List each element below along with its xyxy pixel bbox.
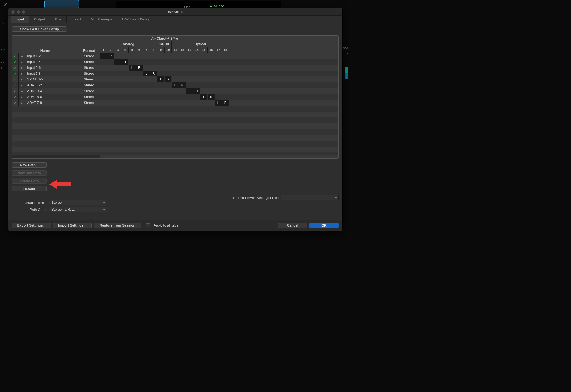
- matrix-cell[interactable]: [150, 76, 157, 82]
- cancel-button[interactable]: Cancel: [278, 223, 307, 228]
- show-last-saved-setup-button[interactable]: Show Last Saved Setup: [12, 26, 67, 32]
- matrix-cell[interactable]: [186, 76, 193, 82]
- matrix-cell[interactable]: [165, 59, 172, 65]
- matrix-cell[interactable]: [179, 88, 186, 94]
- matrix-cell[interactable]: [208, 88, 215, 94]
- row-enable-checkbox[interactable]: ✓: [12, 82, 19, 88]
- table-row[interactable]: ✓▶Input 3-4StereoLR: [12, 59, 338, 65]
- matrix-cell[interactable]: [129, 53, 136, 59]
- matrix-cell[interactable]: [157, 59, 165, 65]
- matrix-cell[interactable]: [121, 53, 129, 59]
- matrix-cell[interactable]: [157, 100, 165, 106]
- table-row[interactable]: ✓▶ADAT 3-4StereoLR: [12, 88, 338, 94]
- matrix-cell[interactable]: [222, 82, 229, 88]
- matrix-cell[interactable]: [100, 82, 107, 88]
- matrix-cell-r[interactable]: R: [121, 59, 129, 65]
- matrix-cell[interactable]: [186, 71, 193, 76]
- matrix-cell[interactable]: [114, 71, 121, 76]
- matrix-cell[interactable]: [222, 94, 229, 100]
- expand-icon[interactable]: ▶: [19, 53, 25, 59]
- matrix-cell[interactable]: [165, 88, 172, 94]
- matrix-cell[interactable]: [136, 53, 143, 59]
- matrix-cell-l[interactable]: L: [143, 71, 150, 76]
- row-name[interactable]: ADAT 1-2: [25, 82, 78, 88]
- matrix-cell[interactable]: [107, 71, 114, 76]
- matrix-cell[interactable]: [215, 53, 222, 59]
- matrix-cell[interactable]: [143, 53, 150, 59]
- matrix-cell[interactable]: [186, 94, 193, 100]
- matrix-cell[interactable]: [215, 82, 222, 88]
- matrix-cell[interactable]: [136, 59, 143, 65]
- matrix-cell-l[interactable]: L: [114, 59, 121, 65]
- row-name[interactable]: ADAT 3-4: [25, 88, 78, 94]
- matrix-cell[interactable]: [208, 53, 215, 59]
- expand-icon[interactable]: ▶: [19, 82, 25, 88]
- matrix-cell[interactable]: [193, 82, 200, 88]
- matrix-cell[interactable]: [193, 53, 200, 59]
- minimize-window-button[interactable]: [17, 10, 20, 14]
- row-format[interactable]: Stereo: [78, 94, 100, 100]
- matrix-cell[interactable]: [129, 82, 136, 88]
- matrix-cell[interactable]: [172, 59, 179, 65]
- tab-bus[interactable]: Bus: [50, 16, 67, 23]
- row-name[interactable]: SPDIF 1-2: [25, 76, 78, 82]
- matrix-cell[interactable]: [222, 88, 229, 94]
- matrix-cell[interactable]: [100, 65, 107, 71]
- row-format[interactable]: Stereo: [78, 100, 100, 106]
- row-format[interactable]: Stereo: [78, 82, 100, 88]
- matrix-cell[interactable]: [186, 53, 193, 59]
- matrix-cell[interactable]: [121, 88, 129, 94]
- matrix-cell[interactable]: [193, 100, 200, 106]
- matrix-cell-r[interactable]: R: [208, 94, 215, 100]
- expand-icon[interactable]: ▶: [19, 94, 25, 100]
- matrix-cell[interactable]: [157, 65, 165, 71]
- row-name[interactable]: ADAT 5-6: [25, 94, 78, 100]
- delete-path-button[interactable]: Delete Path: [12, 178, 47, 184]
- matrix-cell-r[interactable]: R: [107, 53, 114, 59]
- matrix-cell[interactable]: [136, 88, 143, 94]
- matrix-cell[interactable]: [208, 65, 215, 71]
- matrix-cell[interactable]: [143, 59, 150, 65]
- row-enable-checkbox[interactable]: ✓: [12, 53, 19, 59]
- matrix-cell[interactable]: [114, 65, 121, 71]
- matrix-cell[interactable]: [193, 76, 200, 82]
- matrix-cell[interactable]: [100, 94, 107, 100]
- matrix-cell[interactable]: [200, 76, 208, 82]
- matrix-cell[interactable]: [150, 88, 157, 94]
- table-row[interactable]: ✓▶ADAT 5-6StereoLR: [12, 94, 338, 100]
- matrix-cell[interactable]: [129, 71, 136, 76]
- row-format[interactable]: Stereo: [78, 76, 100, 82]
- matrix-cell[interactable]: [143, 76, 150, 82]
- matrix-cell[interactable]: [100, 59, 107, 65]
- matrix-cell-r[interactable]: R: [136, 65, 143, 71]
- matrix-cell[interactable]: [114, 82, 121, 88]
- matrix-cell[interactable]: [222, 76, 229, 82]
- row-name[interactable]: Input 3-4: [25, 59, 78, 65]
- matrix-cell[interactable]: [107, 88, 114, 94]
- tab-input[interactable]: Input: [11, 16, 29, 23]
- matrix-cell[interactable]: [172, 71, 179, 76]
- new-path-button[interactable]: New Path...: [12, 162, 47, 168]
- matrix-cell[interactable]: [107, 82, 114, 88]
- expand-icon[interactable]: ▶: [19, 71, 25, 76]
- matrix-cell[interactable]: [114, 88, 121, 94]
- matrix-cell[interactable]: [121, 71, 129, 76]
- matrix-cell[interactable]: [165, 94, 172, 100]
- matrix-cell[interactable]: [172, 88, 179, 94]
- matrix-cell[interactable]: [179, 71, 186, 76]
- matrix-cell[interactable]: [165, 82, 172, 88]
- row-name[interactable]: Input 5-6: [25, 65, 78, 71]
- row-enable-checkbox[interactable]: ✓: [12, 100, 19, 106]
- row-format[interactable]: Stereo: [78, 59, 100, 65]
- matrix-cell[interactable]: [172, 76, 179, 82]
- matrix-cell[interactable]: [150, 82, 157, 88]
- close-window-button[interactable]: [11, 10, 15, 14]
- matrix-cell[interactable]: [107, 59, 114, 65]
- default-format-select[interactable]: Stereo: [49, 200, 107, 205]
- matrix-cell[interactable]: [136, 76, 143, 82]
- row-format[interactable]: Stereo: [78, 53, 100, 59]
- matrix-cell[interactable]: [186, 82, 193, 88]
- apply-to-all-tabs-checkbox[interactable]: [146, 223, 150, 227]
- matrix-cell[interactable]: [222, 65, 229, 71]
- matrix-cell[interactable]: [222, 71, 229, 76]
